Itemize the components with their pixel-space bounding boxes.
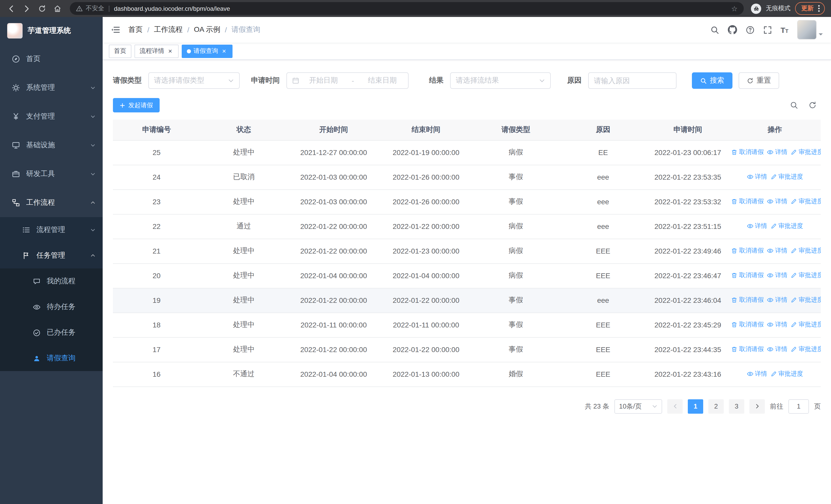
sidebar-item-todo-tasks[interactable]: 待办任务 [0,294,103,320]
page-size-select[interactable]: 10条/页 [614,399,662,413]
detail-link[interactable]: 详情 [747,173,767,181]
calendar-icon [292,77,299,84]
detail-link[interactable]: 详情 [767,148,787,156]
tab-process-detail[interactable]: 流程详情 × [135,45,179,58]
forward-button[interactable] [20,2,34,15]
table-refresh-button[interactable] [808,101,816,109]
cancel-leave-link[interactable]: 取消请假 [731,345,764,354]
sidebar-item-payment[interactable]: 支付管理 [0,102,103,131]
home-button[interactable] [50,2,65,15]
cancel-leave-link[interactable]: 取消请假 [731,296,764,304]
font-size-button[interactable]: TT [780,25,789,34]
sidebar-item-label: 工作流程 [26,198,55,207]
cell-start: 2022-01-22 00:00:00 [287,288,380,313]
page-button-2[interactable]: 2 [708,399,724,413]
page-button-3[interactable]: 3 [729,399,744,413]
approval-progress-link[interactable]: 审批进度 [791,320,821,329]
cancel-leave-link[interactable]: 取消请假 [731,148,764,156]
prev-page-button[interactable] [667,399,683,413]
approval-progress-link[interactable]: 审批进度 [791,246,821,255]
cancel-leave-link[interactable]: 取消请假 [731,271,764,280]
approval-progress-link[interactable]: 审批进度 [791,148,821,156]
goto-page-input[interactable] [789,399,809,413]
close-icon[interactable]: × [221,48,227,54]
approval-progress-link[interactable]: 审批进度 [791,271,821,280]
sidebar-item-task-management[interactable]: 任务管理 [0,243,103,268]
sidebar-item-system[interactable]: 系统管理 [0,73,103,102]
sidebar-item-workflow[interactable]: 工作流程 [0,188,103,217]
help-button[interactable] [746,25,754,34]
result-select[interactable]: 请选择流结果 [450,72,551,89]
reason-input[interactable] [588,72,677,89]
detail-link[interactable]: 详情 [767,320,787,329]
cell-reason: EEE [560,313,647,337]
yen-icon [11,112,21,121]
cancel-leave-link[interactable]: 取消请假 [731,246,764,255]
sidebar-item-done-tasks[interactable]: 已办任务 [0,320,103,346]
cell-end: 2022-01-22 00:00:00 [380,288,472,313]
github-button[interactable] [727,25,737,34]
header-search-button[interactable] [710,25,719,34]
cell-status: 处理中 [200,263,287,288]
back-button[interactable] [4,2,19,15]
reset-button[interactable]: 重置 [739,72,779,89]
breadcrumb-workflow[interactable]: 工作流程 [154,25,183,34]
reload-button[interactable] [35,2,49,15]
detail-link[interactable]: 详情 [767,271,787,280]
tab-leave-query[interactable]: 请假查询 × [182,45,232,58]
next-page-button[interactable] [749,399,765,413]
cancel-leave-link[interactable]: 取消请假 [731,320,764,329]
address-separator [109,5,109,11]
fullscreen-button[interactable] [763,25,772,34]
close-icon[interactable]: × [167,48,173,54]
collapse-sidebar-button[interactable] [111,25,120,34]
leave-type-select[interactable]: 请选择请假类型 [148,72,240,89]
browser-menu-icon[interactable] [817,4,821,13]
delete-icon [731,297,738,303]
page-button-1[interactable]: 1 [688,399,703,413]
chevron-down-icon [90,143,95,148]
cell-start: 2022-01-03 00:00:00 [287,189,380,214]
detail-link[interactable]: 详情 [767,296,787,304]
sidebar-item-my-process[interactable]: 我的流程 [0,268,103,294]
security-label[interactable]: 不安全 [86,4,104,13]
approval-progress-link[interactable]: 审批进度 [791,296,821,304]
bookmark-star-icon[interactable]: ☆ [731,5,738,12]
detail-link[interactable]: 详情 [767,345,787,354]
date-range-picker[interactable]: 开始日期 - 结束日期 [286,72,408,89]
font-size-icon: T [780,25,785,34]
action-label: 详情 [775,271,787,280]
sidebar-item-home[interactable]: 首页 [0,45,103,73]
breadcrumb-home[interactable]: 首页 [128,25,143,34]
cell-reason: EEE [560,239,647,263]
detail-link[interactable]: 详情 [747,222,767,231]
sidebar-item-infrastructure[interactable]: 基础设施 [0,131,103,159]
breadcrumb-oa-example[interactable]: OA 示例 [194,25,221,34]
cancel-leave-link[interactable]: 取消请假 [731,197,764,206]
url-text[interactable]: dashboard.yudao.iocoder.cn/bpm/oa/leave [114,5,728,12]
cell-end: 2022-01-22 00:00:00 [380,214,472,239]
sidebar-item-process-management[interactable]: 流程管理 [0,217,103,243]
tab-home[interactable]: 首页 [109,45,132,58]
update-button[interactable]: 更新 [795,2,825,15]
sidebar-item-leave-query[interactable]: 请假查询 [0,346,103,371]
approval-progress-link[interactable]: 审批进度 [770,173,803,181]
approval-progress-link[interactable]: 审批进度 [791,197,821,206]
cell-status: 处理中 [200,337,287,362]
detail-link[interactable]: 详情 [767,197,787,206]
avatar[interactable] [797,20,816,39]
approval-progress-link[interactable]: 审批进度 [770,222,803,231]
approval-progress-link[interactable]: 审批进度 [791,345,821,354]
sidebar-item-devtools[interactable]: 研发工具 [0,159,103,188]
approval-progress-link[interactable]: 审批进度 [770,369,803,378]
address-bar[interactable]: 不安全 dashboard.yudao.iocoder.cn/bpm/oa/le… [70,2,744,15]
cell-actions: 取消请假详情审批进度 [729,239,821,263]
user-menu[interactable] [797,20,823,39]
logo[interactable]: 芋道管理系统 [0,17,103,45]
chevron-down-icon [228,78,234,84]
detail-link[interactable]: 详情 [767,246,787,255]
create-leave-button[interactable]: 发起请假 [113,98,160,112]
table-search-toggle-button[interactable] [790,101,798,109]
detail-link[interactable]: 详情 [747,369,767,378]
search-button[interactable]: 搜索 [692,72,733,89]
